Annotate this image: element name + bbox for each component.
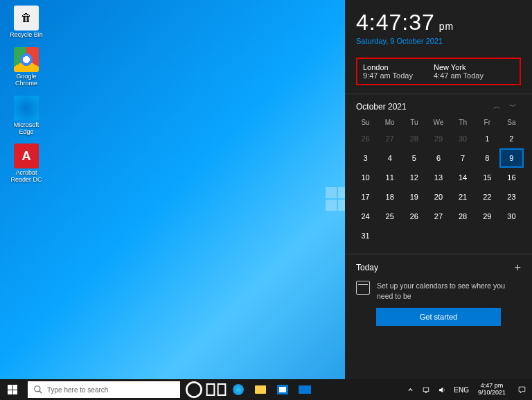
calendar-day[interactable]: 15 [475,168,499,187]
taskbar-app-explorer[interactable] [249,379,272,400]
calendar-day[interactable]: 30 [499,207,524,226]
calendar-day[interactable]: 10 [353,168,378,187]
dow-label: Mo [378,116,402,129]
calendar-day[interactable]: 22 [475,187,499,207]
calendar-day[interactable]: 16 [499,168,524,187]
calendar-day[interactable]: 9 [499,148,524,168]
calendar-day[interactable]: 29 [426,129,450,148]
add-event-icon[interactable]: + [515,261,521,274]
desktop-icon-chrome[interactable]: GoogleChrome [6,47,47,87]
svg-line-1 [39,391,42,394]
calendar-day[interactable]: 30 [451,129,475,148]
dow-label: Sa [499,116,524,129]
desktop-icon-edge[interactable]: MicrosoftEdge [6,96,47,136]
calendar-day[interactable]: 27 [426,207,450,226]
action-center-button[interactable]: 1 new notification [511,379,532,400]
calendar-day[interactable]: 21 [451,187,475,207]
tray-clock[interactable]: 4:47 pm9/10/2021 [472,383,511,397]
taskbar-app-store[interactable] [272,379,294,400]
calendar-day[interactable]: 26 [353,129,378,148]
calendar-next-icon[interactable]: ﹀ [505,101,521,112]
calendar-day[interactable]: 11 [378,168,402,187]
calendar-day[interactable]: 8 [475,148,499,168]
get-started-button[interactable]: Get started [376,308,501,326]
calendar-prev-icon[interactable]: ︿ [489,101,505,112]
agenda-title: Today [356,263,515,272]
agenda-message: Set up your calendars to see where you n… [377,281,521,301]
svg-point-2 [186,382,201,397]
extra-clock: New York4:47 am Today [434,63,484,80]
calendar-day[interactable]: 28 [402,129,426,148]
desktop-icon-acrobat[interactable]: AAcrobatReader DC [6,144,47,184]
cortana-button[interactable] [183,379,205,400]
start-button[interactable] [0,379,25,400]
taskbar-app-mail[interactable] [294,379,316,400]
calendar-day[interactable]: 14 [451,168,475,187]
desktop-icon-recycle[interactable]: 🗑Recycle Bin [6,6,47,39]
svg-point-0 [35,386,40,392]
dow-label: Th [451,116,475,129]
calendar-day[interactable] [475,226,499,245]
calendar-day[interactable]: 28 [451,207,475,226]
icon-label: AcrobatReader DC [10,170,42,184]
search-icon [33,385,43,394]
dow-label: Fr [475,116,499,129]
calendar-day[interactable]: 2 [499,129,524,148]
calendar-icon [356,281,370,295]
calendar-day[interactable]: 29 [475,207,499,226]
clock-date-link[interactable]: Saturday, 9 October 2021 [356,37,521,45]
dow-label: Su [353,116,378,129]
icon-label: MicrosoftEdge [14,122,39,136]
tray-network-icon[interactable] [418,379,434,400]
calendar-day[interactable] [426,226,450,245]
edge-icon [14,96,39,121]
calendar-day[interactable] [451,226,475,245]
desktop[interactable]: 🗑Recycle BinGoogleChromeMicrosoftEdgeAAc… [0,0,532,379]
calendar-flyout: 4:47:37pm Saturday, 9 October 2021 Londo… [345,0,532,379]
calendar-day[interactable]: 24 [353,207,378,226]
calendar-day[interactable]: 23 [499,187,524,207]
svg-rect-5 [423,388,429,391]
recycle-icon: 🗑 [14,6,39,31]
icon-label: Recycle Bin [10,32,43,39]
calendar-day[interactable]: 20 [426,187,450,207]
calendar-day[interactable] [499,226,524,245]
calendar-day[interactable]: 12 [402,168,426,187]
calendar-day[interactable]: 31 [353,226,378,245]
task-view-button[interactable] [205,379,227,400]
acrobat-icon: A [14,144,39,168]
extra-clock: London9:47 am Today [363,63,413,80]
calendar-day[interactable]: 4 [378,148,402,168]
taskbar-app-edge[interactable] [227,379,249,400]
search-placeholder: Type here to search [47,386,108,394]
calendar-day[interactable]: 26 [402,207,426,226]
calendar-day[interactable]: 13 [426,168,450,187]
chrome-icon [14,47,39,72]
additional-clocks: London9:47 am TodayNew York4:47 am Today [356,58,521,85]
clock-time: 4:47:37pm [356,10,521,35]
svg-rect-3 [207,384,215,395]
svg-rect-6 [425,392,427,392]
taskbar: Type here to search ENG 4:47 pm9/10/2021… [0,379,532,400]
tray-overflow-icon[interactable] [402,379,418,400]
dow-label: We [426,116,450,129]
calendar-day[interactable]: 3 [353,148,378,168]
calendar-day[interactable]: 7 [451,148,475,168]
calendar-day[interactable]: 18 [378,187,402,207]
calendar-month-label[interactable]: October 2021 [356,102,489,112]
dow-label: Tu [402,116,426,129]
tray-volume-icon[interactable] [434,379,450,400]
calendar-day[interactable] [378,226,402,245]
calendar-day[interactable] [402,226,426,245]
calendar-day[interactable]: 5 [402,148,426,168]
svg-rect-4 [218,384,226,395]
calendar-day[interactable]: 6 [426,148,450,168]
calendar-day[interactable]: 1 [475,129,499,148]
search-box[interactable]: Type here to search [28,381,180,398]
calendar-day[interactable]: 25 [378,207,402,226]
icon-label: GoogleChrome [15,73,37,87]
calendar-day[interactable]: 27 [378,129,402,148]
calendar-day[interactable]: 17 [353,187,378,207]
calendar-day[interactable]: 19 [402,187,426,207]
tray-language[interactable]: ENG [450,379,472,400]
